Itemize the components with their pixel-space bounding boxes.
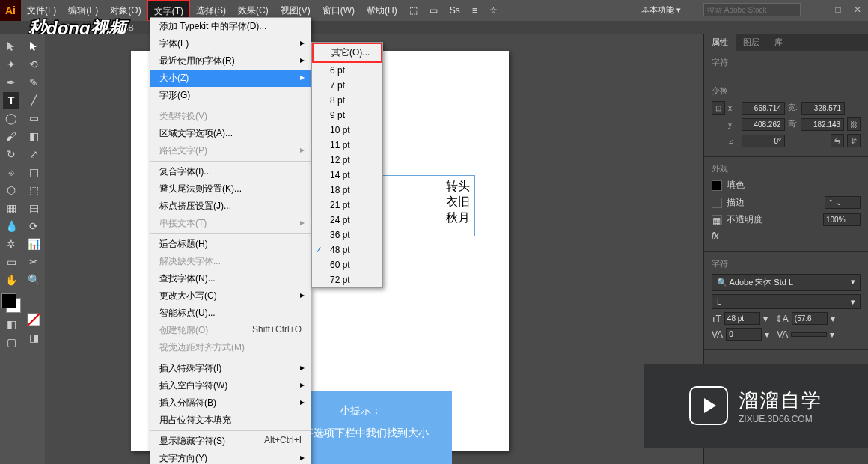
size-option[interactable]: 18 pt	[312, 183, 382, 198]
size-option[interactable]: 14 pt	[312, 168, 382, 183]
menu-8[interactable]: 帮助(H)	[361, 0, 403, 21]
menu-0[interactable]: 文件(F)	[21, 0, 62, 21]
width-tool[interactable]: ⟐	[3, 164, 19, 180]
menu-item[interactable]: 最近使用的字体(R)▸	[150, 52, 311, 70]
kerning-field[interactable]: 0	[726, 328, 762, 341]
graph-tool[interactable]: 📊	[25, 236, 42, 252]
font-family-select[interactable]: 🔍 Adobe 宋体 Std L▾	[712, 274, 861, 291]
size-option[interactable]: 21 pt	[312, 198, 382, 213]
slice-tool[interactable]: ✂	[25, 254, 42, 270]
panel-tab-libraries[interactable]: 库	[767, 34, 790, 51]
perspective-tool[interactable]: ⬚	[25, 182, 42, 198]
eyedropper-tool[interactable]: 💧	[3, 218, 19, 234]
menu-item[interactable]: 大小(Z)▸	[150, 70, 311, 87]
lasso-tool[interactable]: ⟲	[25, 56, 42, 73]
document-tab[interactable]: 未标题-1* @ 84% (RGB	[0, 21, 868, 34]
menu-item[interactable]: 插入空白字符(W)▸	[150, 377, 311, 394]
size-submenu[interactable]: 其它(O)...6 pt7 pt8 pt9 pt10 pt11 pt12 pt1…	[311, 42, 383, 288]
minimize-icon[interactable]: —	[812, 3, 825, 16]
ref-point-icon[interactable]: ⊡	[712, 101, 725, 115]
panel-tab-properties[interactable]: 属性	[704, 34, 736, 51]
swap-none[interactable]	[25, 311, 42, 328]
brush-tool[interactable]: 🖌	[3, 128, 19, 144]
menu-item[interactable]: 避头尾法则设置(K)...	[150, 180, 311, 198]
menu-item[interactable]: 智能标点(U)...	[150, 305, 311, 322]
blend-tool[interactable]: ⟳	[25, 218, 42, 234]
w-field[interactable]: 328.571	[801, 102, 845, 115]
flip-v-icon[interactable]: ⇵	[847, 134, 861, 147]
menu-2[interactable]: 对象(O)	[104, 0, 147, 21]
ellipse-tool[interactable]: ◯	[3, 110, 19, 126]
size-option[interactable]: 12 pt	[312, 153, 382, 168]
draw-mode[interactable]: ◨	[25, 329, 42, 346]
font-size-field[interactable]: 48 pt	[724, 312, 760, 325]
size-option[interactable]: 11 pt	[312, 138, 382, 153]
workspace-switcher[interactable]: 基本功能 ▾	[641, 4, 681, 16]
menu-item[interactable]: 适合标题(H)	[150, 236, 311, 253]
type-menu-dropdown[interactable]: 添加 Typekit 中的字体(D)...字体(F)▸最近使用的字体(R)▸大小…	[150, 17, 311, 464]
size-option[interactable]: 10 pt	[312, 123, 382, 138]
gradient-tool[interactable]: ▤	[25, 200, 42, 216]
y-field[interactable]: 408.262	[742, 118, 785, 131]
shapebuilder-tool[interactable]: ⬡	[3, 182, 19, 198]
zoom-tool[interactable]: 🔍	[25, 272, 42, 288]
search-input[interactable]	[703, 3, 801, 16]
symbol-tool[interactable]: ✲	[3, 236, 19, 252]
leading-field[interactable]: (57.6	[792, 312, 828, 325]
toolbar-icon[interactable]: ▭	[424, 0, 444, 21]
pen-tool[interactable]: ✒	[3, 74, 19, 91]
size-option[interactable]: 24 pt	[312, 213, 382, 228]
fx-label[interactable]: fx	[712, 231, 718, 241]
size-option[interactable]: 60 pt	[312, 257, 382, 272]
type-tool[interactable]: T	[3, 92, 19, 109]
h-field[interactable]: 182.143	[801, 118, 844, 131]
fill-swatch[interactable]	[712, 180, 722, 191]
menu-item[interactable]: 用占位符文本填充	[150, 412, 311, 429]
toolbar-icon[interactable]: ≡	[466, 0, 483, 21]
toolbar-icon[interactable]: ☆	[483, 0, 504, 21]
color-mode[interactable]: ◧	[3, 316, 19, 332]
rect-tool[interactable]: ▭	[25, 110, 42, 126]
menu-1[interactable]: 编辑(E)	[62, 0, 104, 21]
menu-item[interactable]: 文字方向(Y)▸	[150, 450, 311, 464]
panel-tab-layers[interactable]: 图层	[736, 34, 767, 51]
curvature-tool[interactable]: ✎	[25, 74, 42, 91]
menu-item[interactable]: 更改大小写(C)▸	[150, 287, 311, 305]
magic-wand-tool[interactable]: ✦	[3, 56, 19, 73]
font-style-select[interactable]: L▾	[712, 294, 861, 309]
stroke-weight[interactable]: ⌃ ⌄	[825, 196, 861, 209]
size-option[interactable]: 48 pt✓	[312, 242, 382, 257]
opacity-field[interactable]: 100%	[823, 213, 861, 226]
toolbar-icon[interactable]: ⬚	[403, 0, 424, 21]
size-option[interactable]: 7 pt	[312, 78, 382, 93]
menu-item[interactable]: 添加 Typekit 中的字体(D)...	[150, 18, 311, 35]
mesh-tool[interactable]: ▦	[3, 200, 19, 216]
color-swatch[interactable]	[1, 293, 21, 313]
size-option[interactable]: 36 pt	[312, 228, 382, 242]
toolbar-icon[interactable]: Ss	[444, 0, 466, 21]
hand-tool[interactable]: ✋	[3, 272, 19, 288]
eraser-tool[interactable]: ◧	[25, 128, 42, 144]
menu-7[interactable]: 窗口(W)	[317, 0, 361, 21]
menu-item[interactable]: 显示隐藏字符(S)Alt+Ctrl+I	[150, 433, 311, 450]
menu-item[interactable]: 区域文字选项(A)...	[150, 125, 311, 142]
artboard-tool[interactable]: ▭	[3, 254, 19, 270]
menu-item[interactable]: 插入分隔符(B)▸	[150, 394, 311, 412]
tracking-field[interactable]	[791, 332, 827, 337]
menu-item[interactable]: 复合字体(I)...	[150, 163, 311, 180]
menu-item[interactable]: 标点挤压设置(J)...	[150, 198, 311, 215]
rotate-tool[interactable]: ↻	[3, 146, 19, 162]
menu-item[interactable]: 查找字体(N)...	[150, 270, 311, 287]
freetransform-tool[interactable]: ◫	[25, 164, 42, 180]
menu-item[interactable]: 字体(F)▸	[150, 35, 311, 52]
scale-tool[interactable]: ⤢	[25, 146, 42, 162]
menu-item[interactable]: 字形(G)	[150, 87, 311, 104]
size-option[interactable]: 其它(O)...	[312, 43, 382, 63]
size-option[interactable]: 8 pt	[312, 93, 382, 108]
menu-item[interactable]: 插入特殊字符(I)▸	[150, 360, 311, 377]
selection-tool[interactable]	[3, 38, 19, 55]
direct-select-tool[interactable]	[25, 38, 42, 55]
size-option[interactable]: 6 pt	[312, 63, 382, 78]
close-icon[interactable]: ✕	[851, 3, 864, 16]
maximize-icon[interactable]: □	[831, 3, 845, 16]
